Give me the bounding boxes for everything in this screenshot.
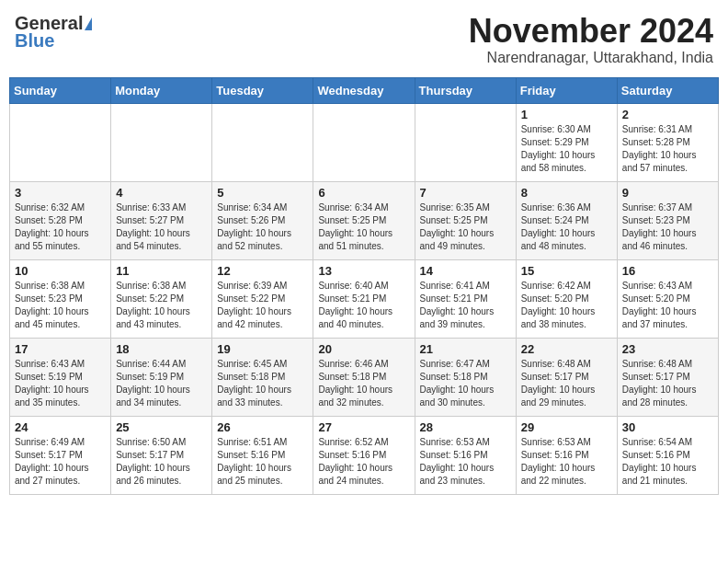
- day-info: Sunrise: 6:42 AMSunset: 5:20 PMDaylight:…: [521, 280, 612, 331]
- calendar-cell: 22Sunrise: 6:48 AMSunset: 5:17 PMDayligh…: [516, 338, 617, 416]
- day-number: 25: [116, 420, 207, 434]
- calendar-cell: [313, 103, 415, 181]
- week-row-3: 10Sunrise: 6:38 AMSunset: 5:23 PMDayligh…: [10, 259, 719, 338]
- day-info: Sunrise: 6:46 AMSunset: 5:18 PMDaylight:…: [318, 358, 409, 409]
- day-number: 17: [15, 342, 106, 356]
- day-number: 28: [420, 420, 511, 434]
- day-number: 24: [15, 420, 106, 434]
- day-info: Sunrise: 6:44 AMSunset: 5:19 PMDaylight:…: [116, 358, 207, 409]
- day-info: Sunrise: 6:43 AMSunset: 5:19 PMDaylight:…: [15, 358, 106, 409]
- calendar-cell: [10, 103, 111, 181]
- day-header-wednesday: Wednesday: [313, 77, 415, 103]
- title-area: November 2024 Narendranagar, Uttarakhand…: [469, 13, 713, 66]
- calendar-cell: 23Sunrise: 6:48 AMSunset: 5:17 PMDayligh…: [617, 338, 718, 416]
- calendar-header-row: SundayMondayTuesdayWednesdayThursdayFrid…: [10, 77, 719, 103]
- day-info: Sunrise: 6:51 AMSunset: 5:16 PMDaylight:…: [217, 436, 308, 488]
- calendar-cell: 3Sunrise: 6:32 AMSunset: 5:28 PMDaylight…: [10, 181, 111, 259]
- day-number: 10: [15, 264, 106, 278]
- calendar-cell: 14Sunrise: 6:41 AMSunset: 5:21 PMDayligh…: [415, 259, 516, 338]
- calendar-cell: 6Sunrise: 6:34 AMSunset: 5:25 PMDaylight…: [313, 181, 415, 259]
- day-header-monday: Monday: [111, 77, 212, 103]
- calendar-cell: 27Sunrise: 6:52 AMSunset: 5:16 PMDayligh…: [313, 416, 415, 494]
- day-info: Sunrise: 6:35 AMSunset: 5:25 PMDaylight:…: [420, 201, 511, 253]
- day-info: Sunrise: 6:41 AMSunset: 5:21 PMDaylight:…: [420, 280, 511, 331]
- calendar-cell: 25Sunrise: 6:50 AMSunset: 5:17 PMDayligh…: [111, 416, 212, 494]
- day-number: 29: [521, 420, 612, 434]
- day-info: Sunrise: 6:54 AMSunset: 5:16 PMDaylight:…: [622, 436, 713, 488]
- calendar-cell: 20Sunrise: 6:46 AMSunset: 5:18 PMDayligh…: [313, 338, 415, 416]
- calendar-cell: 8Sunrise: 6:36 AMSunset: 5:24 PMDaylight…: [516, 181, 617, 259]
- day-info: Sunrise: 6:36 AMSunset: 5:24 PMDaylight:…: [521, 201, 612, 253]
- day-info: Sunrise: 6:52 AMSunset: 5:16 PMDaylight:…: [318, 436, 409, 488]
- calendar-cell: 26Sunrise: 6:51 AMSunset: 5:16 PMDayligh…: [212, 416, 313, 494]
- day-number: 14: [420, 264, 511, 278]
- day-number: 30: [622, 420, 713, 434]
- calendar-cell: [415, 103, 516, 181]
- day-info: Sunrise: 6:48 AMSunset: 5:17 PMDaylight:…: [622, 358, 713, 409]
- day-number: 11: [116, 264, 207, 278]
- page-header: General Blue November 2024 Narendranagar…: [9, 9, 719, 70]
- day-info: Sunrise: 6:48 AMSunset: 5:17 PMDaylight:…: [521, 358, 612, 409]
- day-info: Sunrise: 6:53 AMSunset: 5:16 PMDaylight:…: [521, 436, 612, 488]
- calendar-cell: [212, 103, 313, 181]
- day-info: Sunrise: 6:38 AMSunset: 5:22 PMDaylight:…: [116, 280, 207, 331]
- day-number: 9: [622, 186, 713, 200]
- day-number: 4: [116, 186, 207, 200]
- day-info: Sunrise: 6:47 AMSunset: 5:18 PMDaylight:…: [420, 358, 511, 409]
- calendar-cell: 15Sunrise: 6:42 AMSunset: 5:20 PMDayligh…: [516, 259, 617, 338]
- day-number: 8: [521, 186, 612, 200]
- day-info: Sunrise: 6:49 AMSunset: 5:17 PMDaylight:…: [15, 436, 106, 488]
- calendar-cell: 17Sunrise: 6:43 AMSunset: 5:19 PMDayligh…: [10, 338, 111, 416]
- calendar-cell: 18Sunrise: 6:44 AMSunset: 5:19 PMDayligh…: [111, 338, 212, 416]
- calendar-cell: 2Sunrise: 6:31 AMSunset: 5:28 PMDaylight…: [617, 103, 718, 181]
- calendar-cell: 13Sunrise: 6:40 AMSunset: 5:21 PMDayligh…: [313, 259, 415, 338]
- day-number: 12: [217, 264, 308, 278]
- day-number: 13: [318, 264, 409, 278]
- week-row-1: 1Sunrise: 6:30 AMSunset: 5:29 PMDaylight…: [10, 103, 719, 181]
- calendar-cell: 7Sunrise: 6:35 AMSunset: 5:25 PMDaylight…: [415, 181, 516, 259]
- day-number: 22: [521, 342, 612, 356]
- day-number: 27: [318, 420, 409, 434]
- day-number: 2: [622, 108, 713, 121]
- calendar-cell: 28Sunrise: 6:53 AMSunset: 5:16 PMDayligh…: [415, 416, 516, 494]
- week-row-5: 24Sunrise: 6:49 AMSunset: 5:17 PMDayligh…: [10, 416, 719, 494]
- day-info: Sunrise: 6:32 AMSunset: 5:28 PMDaylight:…: [15, 201, 106, 253]
- week-row-4: 17Sunrise: 6:43 AMSunset: 5:19 PMDayligh…: [10, 338, 719, 416]
- day-info: Sunrise: 6:53 AMSunset: 5:16 PMDaylight:…: [420, 436, 511, 488]
- day-info: Sunrise: 6:33 AMSunset: 5:27 PMDaylight:…: [116, 201, 207, 253]
- day-info: Sunrise: 6:43 AMSunset: 5:20 PMDaylight:…: [622, 280, 713, 331]
- logo-blue: Blue: [15, 30, 54, 52]
- day-number: 23: [622, 342, 713, 356]
- day-info: Sunrise: 6:50 AMSunset: 5:17 PMDaylight:…: [116, 436, 207, 488]
- day-number: 16: [622, 264, 713, 278]
- day-info: Sunrise: 6:40 AMSunset: 5:21 PMDaylight:…: [318, 280, 409, 331]
- calendar-cell: 9Sunrise: 6:37 AMSunset: 5:23 PMDaylight…: [617, 181, 718, 259]
- day-number: 21: [420, 342, 511, 356]
- calendar-cell: 21Sunrise: 6:47 AMSunset: 5:18 PMDayligh…: [415, 338, 516, 416]
- day-number: 18: [116, 342, 207, 356]
- day-number: 3: [15, 186, 106, 200]
- calendar-cell: [111, 103, 212, 181]
- day-header-friday: Friday: [516, 77, 617, 103]
- day-number: 6: [318, 186, 409, 200]
- calendar-cell: 10Sunrise: 6:38 AMSunset: 5:23 PMDayligh…: [10, 259, 111, 338]
- month-title: November 2024: [469, 13, 713, 50]
- day-number: 20: [318, 342, 409, 356]
- week-row-2: 3Sunrise: 6:32 AMSunset: 5:28 PMDaylight…: [10, 181, 719, 259]
- day-header-thursday: Thursday: [415, 77, 516, 103]
- calendar-cell: 4Sunrise: 6:33 AMSunset: 5:27 PMDaylight…: [111, 181, 212, 259]
- day-info: Sunrise: 6:45 AMSunset: 5:18 PMDaylight:…: [217, 358, 308, 409]
- logo-icon: [85, 17, 92, 30]
- day-number: 19: [217, 342, 308, 356]
- calendar-cell: 1Sunrise: 6:30 AMSunset: 5:29 PMDaylight…: [516, 103, 617, 181]
- day-info: Sunrise: 6:30 AMSunset: 5:29 PMDaylight:…: [521, 123, 612, 175]
- calendar-cell: 24Sunrise: 6:49 AMSunset: 5:17 PMDayligh…: [10, 416, 111, 494]
- day-header-tuesday: Tuesday: [212, 77, 313, 103]
- day-number: 7: [420, 186, 511, 200]
- day-number: 15: [521, 264, 612, 278]
- logo: General Blue: [15, 13, 92, 52]
- calendar-cell: 30Sunrise: 6:54 AMSunset: 5:16 PMDayligh…: [617, 416, 718, 494]
- day-number: 26: [217, 420, 308, 434]
- calendar-cell: 5Sunrise: 6:34 AMSunset: 5:26 PMDaylight…: [212, 181, 313, 259]
- calendar-cell: 29Sunrise: 6:53 AMSunset: 5:16 PMDayligh…: [516, 416, 617, 494]
